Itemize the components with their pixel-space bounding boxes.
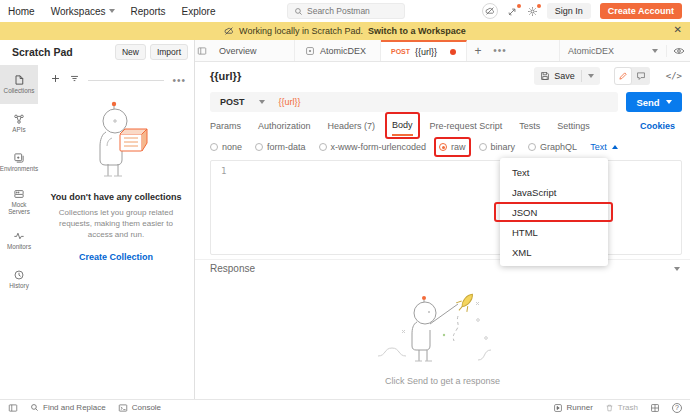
sidebar-item-mock-servers[interactable]: Mock Servers — [0, 182, 38, 221]
sidebar-item-apis[interactable]: APIs — [0, 104, 38, 143]
trash-icon — [605, 403, 614, 413]
chevron-down-icon — [588, 74, 594, 78]
new-button[interactable]: New — [115, 44, 146, 60]
search-input[interactable] — [307, 6, 398, 16]
menu-item-json[interactable]: JSON — [500, 202, 608, 222]
tab-post-url[interactable]: POST {{url}} — [381, 40, 467, 61]
tab-tests[interactable]: Tests — [519, 117, 540, 135]
more-options-icon[interactable]: ••• — [172, 78, 186, 84]
empty-collections-description: Collections let you group related reques… — [50, 208, 182, 240]
chevron-down-icon — [109, 9, 115, 13]
code-snippet-icon[interactable]: </> — [666, 71, 682, 81]
request-title-row: {{url}} Save </> — [195, 62, 690, 90]
tab-settings[interactable]: Settings — [557, 117, 590, 135]
edit-comment-toggle — [614, 67, 650, 85]
toggle-sidebar-icon[interactable] — [8, 403, 18, 413]
runner-button[interactable]: Runner — [553, 403, 593, 413]
notification-dot — [517, 4, 521, 8]
bodytype-form-data[interactable]: form-data — [255, 142, 306, 152]
sidebar-item-monitors[interactable]: Monitors — [0, 221, 38, 260]
cookies-link[interactable]: Cookies — [640, 121, 675, 131]
bodytype-binary[interactable]: binary — [479, 142, 516, 152]
panes-icon[interactable] — [650, 403, 660, 413]
create-collection-link[interactable]: Create Collection — [38, 252, 194, 262]
collections-toolbar: ••• — [38, 64, 194, 86]
url-input[interactable]: {{url}} — [275, 97, 301, 107]
tab-atomicdex[interactable]: AtomicDEX — [295, 40, 381, 61]
sidebar-item-collections[interactable]: Collections — [0, 65, 38, 104]
menu-item-javascript[interactable]: JavaScript — [500, 182, 608, 202]
radio-icon — [210, 143, 218, 151]
tab-params[interactable]: Params — [210, 117, 241, 135]
workspace: Scratch Pad New Import Collections APIs — [0, 40, 690, 399]
body-editor[interactable]: 1 — [210, 160, 682, 255]
collapse-sidebar-icon[interactable] — [195, 40, 209, 61]
runner-icon — [553, 403, 563, 413]
switch-workspace-link[interactable]: Switch to a Workspace — [368, 26, 466, 36]
tab-authorization[interactable]: Authorization — [258, 117, 311, 135]
offline-cloud-icon[interactable] — [482, 3, 498, 19]
bodytype-none[interactable]: none — [210, 142, 242, 152]
tab-overview[interactable]: Overview — [209, 40, 295, 61]
request-tabbar: Overview AtomicDEX POST {{url}} + ••• At… — [195, 40, 690, 62]
response-header[interactable]: Response — [195, 259, 690, 277]
tab-body[interactable]: Body — [392, 116, 413, 136]
help-icon[interactable]: ? — [672, 403, 682, 413]
nav-home[interactable]: Home — [8, 6, 35, 17]
menu-item-html[interactable]: HTML — [500, 222, 608, 242]
environments-icon — [13, 152, 25, 164]
search-underline[interactable] — [88, 80, 164, 81]
raw-language-menu: Text JavaScript JSON HTML XML — [500, 158, 608, 266]
trash-button[interactable]: Trash — [605, 403, 638, 413]
add-collection-icon[interactable] — [50, 73, 61, 84]
bodytype-raw[interactable]: raw — [439, 142, 466, 152]
main-content: Overview AtomicDEX POST {{url}} + ••• At… — [195, 40, 690, 399]
edit-pencil-icon[interactable] — [614, 67, 632, 85]
main-nav: Home Workspaces Reports Explore — [8, 6, 215, 17]
sidebar-item-history[interactable]: History — [0, 260, 38, 299]
chevron-down-icon — [259, 100, 265, 104]
close-icon[interactable]: ✕ — [674, 24, 682, 35]
nav-reports[interactable]: Reports — [131, 6, 166, 17]
menu-item-text[interactable]: Text — [500, 162, 608, 182]
status-bar: Find and Replace Console Runner Trash ? — [0, 399, 690, 415]
menu-item-xml[interactable]: XML — [500, 242, 608, 262]
new-tab-icon[interactable]: + — [467, 40, 489, 61]
settings-gear-icon[interactable] — [527, 6, 538, 17]
filter-icon[interactable] — [69, 73, 80, 84]
bodytype-urlencoded[interactable]: x-www-form-urlencoded — [319, 142, 427, 152]
sign-in-button[interactable]: Sign In — [547, 3, 591, 19]
search-icon — [294, 7, 303, 16]
chevron-up-icon — [612, 145, 618, 149]
radio-icon — [255, 143, 263, 151]
console-button[interactable]: Console — [118, 403, 161, 413]
tab-pre-request-script[interactable]: Pre-request Script — [430, 117, 503, 135]
sidebar-item-environments[interactable]: Environments — [0, 143, 38, 182]
find-replace-button[interactable]: Find and Replace — [30, 403, 106, 412]
search-icon — [30, 403, 39, 412]
chevron-down-icon — [652, 49, 658, 53]
empty-collections-illustration — [38, 98, 194, 184]
environment-eye-icon[interactable] — [666, 45, 690, 57]
nav-explore[interactable]: Explore — [182, 6, 216, 17]
environment-selector[interactable]: AtomicDEX — [560, 46, 666, 56]
tab-headers[interactable]: Headers (7) — [328, 117, 376, 135]
sidebar-header: Scratch Pad New Import — [0, 40, 194, 64]
nav-workspaces[interactable]: Workspaces — [51, 6, 115, 17]
method-selector[interactable]: POST — [210, 97, 275, 107]
raw-language-dropdown[interactable]: Text — [590, 142, 618, 152]
save-button[interactable]: Save — [534, 67, 600, 85]
global-search[interactable] — [287, 3, 405, 19]
bodytype-graphql[interactable]: GraphQL — [528, 142, 577, 152]
request-title: {{url}} — [210, 70, 528, 82]
create-account-button[interactable]: Create Account — [600, 3, 682, 19]
capture-requests-icon[interactable] — [507, 6, 518, 17]
response-empty-state: Click Send to get a response — [195, 277, 690, 399]
collections-icon — [13, 74, 25, 86]
send-button[interactable]: Send — [626, 92, 682, 112]
import-button[interactable]: Import — [150, 44, 188, 60]
comment-icon[interactable] — [632, 67, 650, 85]
unsaved-dot — [450, 49, 456, 55]
history-icon — [13, 269, 25, 281]
tab-options-icon[interactable]: ••• — [489, 40, 511, 61]
